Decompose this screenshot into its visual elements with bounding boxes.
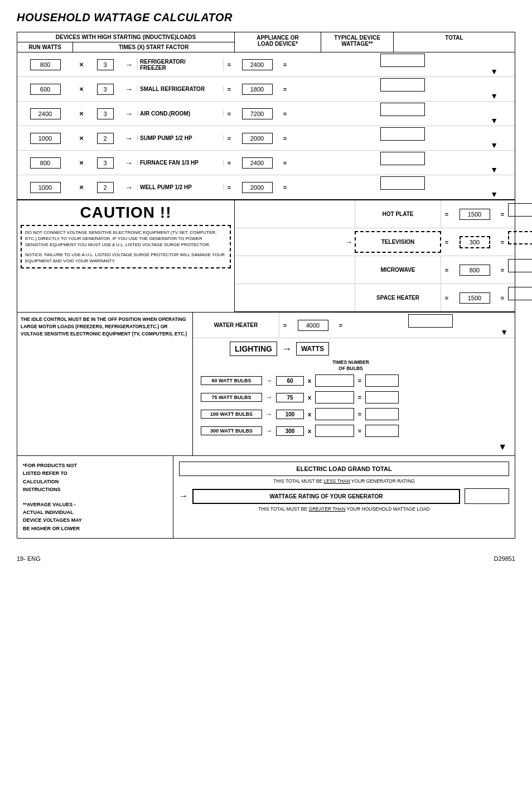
bulb-count-300[interactable] <box>315 425 354 437</box>
hotplate-wattage-cell: 1500 <box>452 209 497 220</box>
bulb-count-100[interactable] <box>315 408 354 420</box>
bulb-watts-60: 60 <box>276 376 304 386</box>
water-heater-name: WATER HEATER <box>193 313 279 338</box>
hotplate-name: HOT PLATE <box>355 200 441 228</box>
bulb-eq-60: = <box>354 377 365 384</box>
table-row: 2400 × 3 → AIR COND.(ROOM) = 7200 = ▼ <box>17 102 515 126</box>
header-devices: DEVICES WITH HIGH STARTING (INDUCTIVE)LO… <box>17 32 235 52</box>
typical-wattage: 2000 <box>242 133 273 144</box>
bulb-watts-100: 100 <box>276 410 304 419</box>
right-arrow: → <box>120 134 137 143</box>
bottom-section: *FOR PRODUCTS NOT LISTED REFER TO CALCUL… <box>17 455 515 538</box>
bulb-label-300: 300 WATT BULBS <box>201 426 262 435</box>
times-of-bulbs-header: TIMES NUMBEROF BULBS <box>195 359 512 372</box>
generator-label: WATTAGE RATING OF YOUR GENERATOR <box>192 489 460 504</box>
hotplate-eq: = <box>441 211 452 218</box>
footer-right: D29851 <box>494 555 515 562</box>
idle-lighting-section: THE IDLE CONTROL MUST BE IN THE OFF POSI… <box>17 312 515 455</box>
equals-sign: = <box>224 111 235 117</box>
run-watts-value: 2400 <box>30 108 61 119</box>
multiply-symbol: × <box>73 134 90 142</box>
bulb-row: 100 WATT BULBS → 100 x = <box>195 406 512 422</box>
hotplate-eq2: = <box>497 211 508 218</box>
factor-value: 3 <box>97 84 114 95</box>
factor-value: 2 <box>97 182 114 193</box>
bulb-arrow-100: → <box>262 410 276 418</box>
down-arrow: ▼ <box>500 328 515 337</box>
hotplate-total-input[interactable] <box>508 203 532 217</box>
hotplate-wattage: 1500 <box>460 209 490 220</box>
microwave-eq: = <box>441 267 452 273</box>
tv-wattage-cell: 300 <box>452 236 497 248</box>
caution-right-appliances: HOT PLATE = 1500 = ▼ → TELEVISION = <box>235 200 515 312</box>
down-arrow: ▼ <box>490 165 515 174</box>
typical-wattage: 2400 <box>242 157 273 169</box>
header-row: DEVICES WITH HIGH STARTING (INDUCTIVE)LO… <box>17 32 515 52</box>
bulb-x-75: x <box>304 394 315 401</box>
total-input[interactable] <box>380 54 425 67</box>
lighting-watts-header: LIGHTING → WATTS <box>195 342 512 356</box>
total-input[interactable] <box>380 103 425 116</box>
right-arrow: → <box>120 158 137 167</box>
equals-sign: = <box>224 184 235 191</box>
bulb-total-60[interactable] <box>365 374 399 387</box>
lighting-label: LIGHTING <box>230 342 277 356</box>
typical-wattage: 2400 <box>242 59 273 70</box>
equals-sign-2: = <box>279 86 291 93</box>
caution-title: CAUTION !! <box>21 204 231 222</box>
generator-input[interactable] <box>465 488 509 504</box>
space-heater-wattage-cell: 1500 <box>452 292 497 304</box>
equals-sign-2: = <box>279 111 291 117</box>
bulb-label-60: 60 WATT BULBS <box>201 376 262 385</box>
main-table: DEVICES WITH HIGH STARTING (INDUCTIVE)LO… <box>17 32 515 539</box>
appliance-name: SMALL REFRIGERATOR <box>137 86 224 92</box>
space-heater-total-input[interactable] <box>508 287 532 300</box>
appliance-name: AIR COND.(ROOM) <box>137 111 224 117</box>
space-heater-row: SPACE HEATER = 1500 = ▼ <box>235 284 515 312</box>
down-arrow: ▼ <box>490 141 515 150</box>
bottom-left: *FOR PRODUCTS NOT LISTED REFER TO CALCUL… <box>17 456 173 538</box>
grand-total-box: ELECTRIC LOAD GRAND TOTAL <box>179 462 509 476</box>
microwave-wattage-cell: 800 <box>452 265 497 276</box>
header-appliance: APPLIANCE OR LOAD DEVICE* <box>235 32 321 52</box>
factor-value: 3 <box>97 108 114 119</box>
header-times-factor: TIMES (X) START FACTOR <box>73 42 234 52</box>
equals-sign: = <box>224 135 235 142</box>
right-arrow: → <box>120 183 137 192</box>
microwave-total-input[interactable] <box>508 259 532 272</box>
microwave-eq2: = <box>497 267 508 273</box>
water-heater-total-col: ▼ <box>346 314 515 337</box>
times-number-label: TIMES NUMBEROF BULBS <box>326 359 376 372</box>
caution-notice: NOTICE: FAILURE TO USE A U.L. LISTED VOL… <box>25 252 226 264</box>
appliance-name: REFRIGERATOR/FREEZER <box>137 59 224 71</box>
water-heater-total-input[interactable] <box>408 314 453 328</box>
bulb-total-300[interactable] <box>365 425 399 437</box>
microwave-row: MICROWAVE = 800 = ▼ <box>235 256 515 284</box>
equals-sign-2: = <box>279 135 291 142</box>
average-values-note: **AVERAGE VALUES - ACTUAL INDIVIDUAL DEV… <box>23 501 167 533</box>
bulb-watts-300: 300 <box>276 426 304 436</box>
typical-wattage: 7200 <box>242 108 273 119</box>
space-heater-total-col: ▼ <box>508 287 532 309</box>
table-row: 800 × 3 → REFRIGERATOR/FREEZER = 2400 = … <box>17 52 515 77</box>
typical-wattage: 1800 <box>242 84 273 95</box>
total-input[interactable] <box>380 152 425 165</box>
tv-total-input[interactable] <box>508 231 532 244</box>
total-input[interactable] <box>380 78 425 92</box>
hotplate-total-col: ▼ <box>508 203 532 225</box>
bulb-label-75: 75 WATT BULBS <box>201 393 262 402</box>
equals-sign-2: = <box>279 184 291 191</box>
bulb-eq-300: = <box>354 427 365 434</box>
space-heater-wattage: 1500 <box>460 292 490 304</box>
lighting-arrow: → <box>282 343 292 355</box>
bulb-total-100[interactable] <box>365 408 399 420</box>
appliance-name: SUMP PUMP 1/2 HP <box>137 135 224 141</box>
total-input[interactable] <box>380 127 425 141</box>
run-watts-value: 800 <box>30 59 61 70</box>
total-input[interactable] <box>380 176 425 190</box>
bulb-count-60[interactable] <box>315 374 354 387</box>
multiply-symbol: × <box>73 60 90 69</box>
bulb-total-75[interactable] <box>365 391 399 404</box>
down-arrow: ▼ <box>490 92 515 100</box>
bulb-count-75[interactable] <box>315 391 354 404</box>
